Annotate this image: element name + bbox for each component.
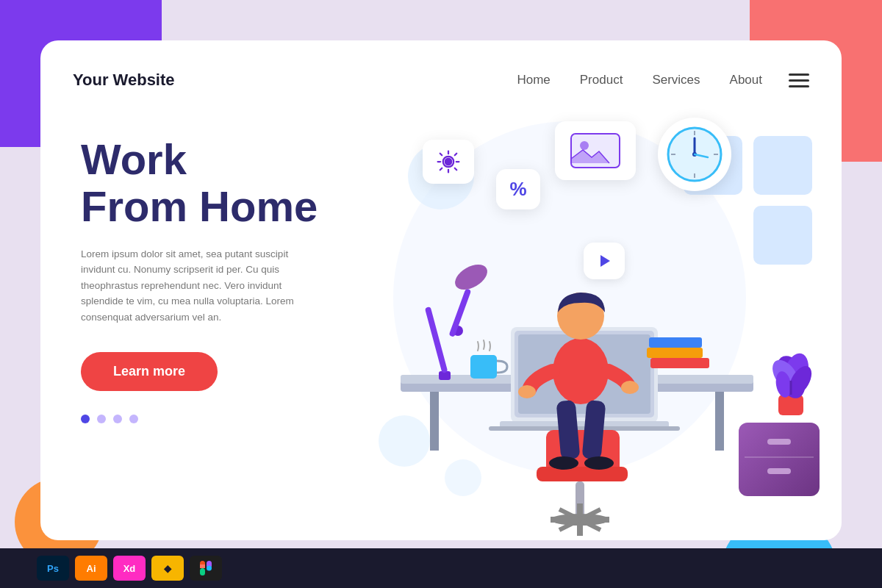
svg-rect-23: [650, 358, 709, 368]
photoshop-badge[interactable]: Ps: [37, 556, 69, 581]
logo: Your Website: [73, 71, 517, 90]
dot-1[interactable]: [81, 415, 90, 423]
learn-more-button[interactable]: Learn more: [81, 352, 218, 391]
dot-4[interactable]: [129, 415, 138, 423]
svg-rect-22: [470, 355, 497, 379]
dot-3[interactable]: [113, 415, 122, 423]
nav-about[interactable]: About: [730, 73, 762, 87]
left-panel: Work From Home Lorem ipsum dolor sit ame…: [40, 99, 349, 540]
main-card: Your Website Home Product Services About…: [40, 40, 842, 540]
svg-rect-14: [430, 392, 439, 451]
right-panel: %: [349, 99, 842, 540]
nav-home[interactable]: Home: [517, 73, 550, 87]
svg-rect-56: [200, 568, 205, 576]
dot-2[interactable]: [97, 415, 106, 423]
svg-point-43: [549, 456, 578, 470]
drawer-divider: [745, 456, 814, 458]
drawer-handle-1: [767, 439, 791, 445]
hero-description: Lorem ipsum dolor sit amet, sea putant s…: [81, 246, 316, 326]
navbar: Your Website Home Product Services About: [40, 40, 842, 99]
bottom-toolbar: Ps Ai Xd ◆: [0, 548, 882, 588]
svg-point-30: [451, 259, 492, 295]
svg-rect-27: [425, 306, 448, 373]
svg-point-57: [207, 566, 212, 571]
illustrator-badge[interactable]: Ai: [75, 556, 107, 581]
carousel-dots: [81, 415, 349, 423]
svg-rect-25: [649, 337, 702, 348]
svg-point-45: [518, 385, 536, 398]
drawer-body: [739, 423, 820, 496]
nav-links: Home Product Services About: [517, 73, 762, 87]
svg-rect-58: [200, 564, 205, 568]
svg-point-3: [580, 141, 589, 150]
svg-rect-15: [715, 392, 724, 451]
drawer-unit: [739, 423, 820, 496]
svg-rect-32: [537, 467, 628, 481]
hero-title: Work From Home: [81, 136, 349, 230]
sketch-badge[interactable]: ◆: [151, 556, 184, 581]
drawer-handle-2: [767, 468, 791, 474]
svg-point-39: [553, 338, 609, 404]
svg-rect-24: [647, 348, 703, 358]
xd-badge[interactable]: Xd: [113, 556, 146, 581]
nav-services[interactable]: Services: [652, 73, 700, 87]
nav-product[interactable]: Product: [580, 73, 623, 87]
hamburger-menu[interactable]: [789, 74, 809, 87]
plant: [758, 340, 824, 424]
svg-point-46: [621, 381, 639, 394]
svg-rect-47: [778, 395, 803, 415]
content-area: Work From Home Lorem ipsum dolor sit ame…: [40, 99, 842, 540]
svg-point-44: [584, 456, 614, 470]
figma-badge[interactable]: [190, 556, 222, 581]
plant-icon: [758, 340, 824, 421]
